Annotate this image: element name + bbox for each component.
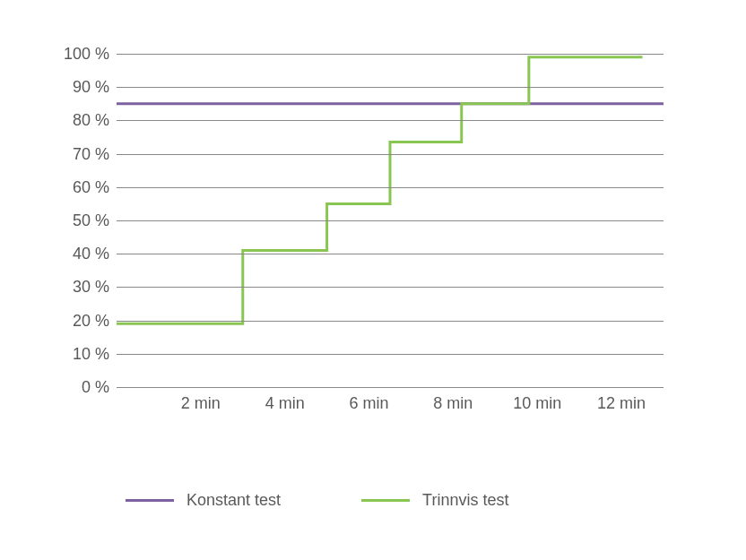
y-axis-tick: 90 % xyxy=(73,78,117,97)
chart-container: 0 %10 %20 %30 %40 %50 %60 %70 %80 %90 %1… xyxy=(0,0,746,560)
legend-item: Trinnvis test xyxy=(361,491,562,510)
gridline xyxy=(117,287,664,288)
y-axis-tick: 100 % xyxy=(64,45,117,64)
x-axis-tick: 2 min xyxy=(178,387,223,414)
gridline xyxy=(117,220,664,221)
legend: Konstant testTrinnvis test xyxy=(126,491,562,510)
x-axis-tick: 8 min xyxy=(430,387,475,414)
y-axis-tick: 70 % xyxy=(73,144,117,163)
x-axis-tick: 4 min xyxy=(263,387,308,414)
plot-area: 0 %10 %20 %30 %40 %50 %60 %70 %80 %90 %1… xyxy=(117,54,664,388)
series-trinnvis xyxy=(117,57,643,324)
legend-swatch xyxy=(361,499,410,502)
y-axis-tick: 0 % xyxy=(82,378,117,397)
y-axis-tick: 50 % xyxy=(73,211,117,230)
gridline xyxy=(117,120,664,121)
gridline xyxy=(117,154,664,155)
gridline xyxy=(117,187,664,188)
gridline xyxy=(117,321,664,322)
y-axis-tick: 10 % xyxy=(73,344,117,363)
y-axis-tick: 20 % xyxy=(73,311,117,330)
gridline xyxy=(117,54,664,55)
y-axis-tick: 30 % xyxy=(73,278,117,297)
y-axis-tick: 60 % xyxy=(73,177,117,196)
gridline xyxy=(117,87,664,88)
gridline xyxy=(117,354,664,355)
legend-label: Trinnvis test xyxy=(422,491,508,510)
y-axis-tick: 40 % xyxy=(73,245,117,263)
legend-swatch xyxy=(126,499,174,502)
x-axis-tick: 6 min xyxy=(347,387,392,414)
x-axis-tick: 12 min xyxy=(594,387,648,414)
legend-label: Konstant test xyxy=(186,491,281,510)
legend-item: Konstant test xyxy=(126,491,334,510)
y-axis-tick: 80 % xyxy=(73,111,117,130)
gridline xyxy=(117,254,664,254)
x-axis-tick: 10 min xyxy=(510,387,564,414)
